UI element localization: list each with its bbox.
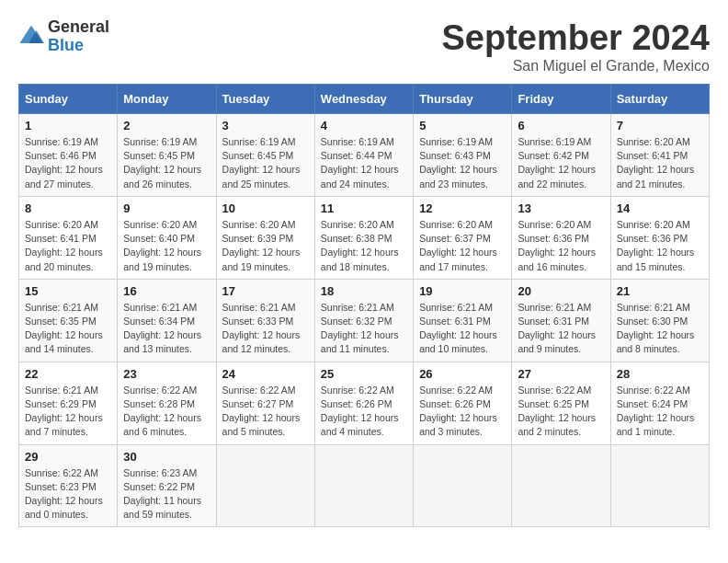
day-info: Sunrise: 6:22 AMSunset: 6:26 PMDaylight:… <box>321 384 407 440</box>
calendar-week-3: 15Sunrise: 6:21 AMSunset: 6:35 PMDayligh… <box>19 279 710 362</box>
calendar-cell: 14Sunrise: 6:20 AMSunset: 6:36 PMDayligh… <box>610 196 709 279</box>
day-info: Sunrise: 6:21 AMSunset: 6:35 PMDaylight:… <box>25 301 111 357</box>
calendar-body: 1Sunrise: 6:19 AMSunset: 6:46 PMDaylight… <box>19 114 710 527</box>
logo-icon <box>18 24 44 50</box>
calendar-cell: 10Sunrise: 6:20 AMSunset: 6:39 PMDayligh… <box>216 196 314 279</box>
logo-line1: General <box>48 18 109 37</box>
day-number: 17 <box>222 284 309 298</box>
day-info: Sunrise: 6:19 AMSunset: 6:45 PMDaylight:… <box>123 135 210 191</box>
calendar-cell: 27Sunrise: 6:22 AMSunset: 6:25 PMDayligh… <box>512 362 610 444</box>
calendar-cell: 11Sunrise: 6:20 AMSunset: 6:38 PMDayligh… <box>314 196 413 279</box>
day-info: Sunrise: 6:23 AMSunset: 6:22 PMDaylight:… <box>123 466 210 523</box>
day-info: Sunrise: 6:21 AMSunset: 6:30 PMDaylight:… <box>617 301 703 357</box>
calendar-cell: 28Sunrise: 6:22 AMSunset: 6:24 PMDayligh… <box>610 362 709 444</box>
location-title: San Miguel el Grande, Mexico <box>442 58 711 75</box>
calendar-cell: 15Sunrise: 6:21 AMSunset: 6:35 PMDayligh… <box>19 279 118 362</box>
day-info: Sunrise: 6:22 AMSunset: 6:28 PMDaylight:… <box>123 384 210 440</box>
day-number: 5 <box>419 119 506 132</box>
calendar-cell: 4Sunrise: 6:19 AMSunset: 6:44 PMDaylight… <box>314 114 413 197</box>
calendar-cell <box>414 444 512 527</box>
day-number: 26 <box>419 367 506 381</box>
calendar-cell <box>610 444 709 527</box>
month-title: September 2024 <box>442 18 711 58</box>
calendar-table: SundayMondayTuesdayWednesdayThursdayFrid… <box>18 84 710 527</box>
day-info: Sunrise: 6:20 AMSunset: 6:41 PMDaylight:… <box>25 218 111 274</box>
calendar-cell: 7Sunrise: 6:20 AMSunset: 6:41 PMDaylight… <box>610 114 709 197</box>
calendar-week-5: 29Sunrise: 6:22 AMSunset: 6:23 PMDayligh… <box>19 444 710 527</box>
calendar-cell: 9Sunrise: 6:20 AMSunset: 6:40 PMDaylight… <box>118 196 216 279</box>
day-number: 3 <box>222 119 309 132</box>
day-info: Sunrise: 6:19 AMSunset: 6:43 PMDaylight:… <box>419 135 506 191</box>
calendar-cell <box>216 444 314 527</box>
weekday-header-sunday: Sunday <box>19 85 118 114</box>
day-number: 15 <box>25 284 111 298</box>
day-number: 14 <box>617 201 703 215</box>
day-number: 23 <box>123 367 210 381</box>
calendar-cell: 21Sunrise: 6:21 AMSunset: 6:30 PMDayligh… <box>610 279 709 362</box>
day-info: Sunrise: 6:21 AMSunset: 6:29 PMDaylight:… <box>25 384 111 440</box>
day-info: Sunrise: 6:20 AMSunset: 6:37 PMDaylight:… <box>419 218 506 274</box>
day-info: Sunrise: 6:21 AMSunset: 6:33 PMDaylight:… <box>222 301 309 357</box>
weekday-header-tuesday: Tuesday <box>216 85 314 114</box>
logo-text: General Blue <box>48 18 109 55</box>
weekday-header-friday: Friday <box>512 85 610 114</box>
day-number: 29 <box>25 450 111 464</box>
day-number: 21 <box>617 284 703 298</box>
calendar-cell: 13Sunrise: 6:20 AMSunset: 6:36 PMDayligh… <box>512 196 610 279</box>
calendar-cell: 1Sunrise: 6:19 AMSunset: 6:46 PMDaylight… <box>19 114 118 197</box>
calendar-header: SundayMondayTuesdayWednesdayThursdayFrid… <box>19 85 710 114</box>
day-info: Sunrise: 6:20 AMSunset: 6:36 PMDaylight:… <box>617 218 703 274</box>
day-info: Sunrise: 6:19 AMSunset: 6:44 PMDaylight:… <box>321 135 407 191</box>
weekday-header-monday: Monday <box>118 85 216 114</box>
calendar-cell: 19Sunrise: 6:21 AMSunset: 6:31 PMDayligh… <box>414 279 512 362</box>
calendar-cell <box>512 444 610 527</box>
day-number: 1 <box>25 119 111 132</box>
day-number: 11 <box>321 201 407 215</box>
day-info: Sunrise: 6:20 AMSunset: 6:39 PMDaylight:… <box>222 218 309 274</box>
logo: General Blue <box>18 18 109 55</box>
calendar-week-2: 8Sunrise: 6:20 AMSunset: 6:41 PMDaylight… <box>19 196 710 279</box>
day-number: 8 <box>25 201 111 215</box>
weekday-header-wednesday: Wednesday <box>314 85 413 114</box>
calendar-cell: 16Sunrise: 6:21 AMSunset: 6:34 PMDayligh… <box>118 279 216 362</box>
day-info: Sunrise: 6:19 AMSunset: 6:46 PMDaylight:… <box>25 135 111 191</box>
calendar-cell: 17Sunrise: 6:21 AMSunset: 6:33 PMDayligh… <box>216 279 314 362</box>
day-number: 24 <box>222 367 309 381</box>
calendar-week-4: 22Sunrise: 6:21 AMSunset: 6:29 PMDayligh… <box>19 362 710 444</box>
day-number: 2 <box>123 119 210 132</box>
day-number: 6 <box>518 119 604 132</box>
day-number: 16 <box>123 284 210 298</box>
calendar-cell: 29Sunrise: 6:22 AMSunset: 6:23 PMDayligh… <box>19 444 118 527</box>
day-info: Sunrise: 6:21 AMSunset: 6:31 PMDaylight:… <box>419 301 506 357</box>
day-info: Sunrise: 6:22 AMSunset: 6:24 PMDaylight:… <box>617 384 703 440</box>
logo-line2: Blue <box>48 37 109 55</box>
day-info: Sunrise: 6:22 AMSunset: 6:27 PMDaylight:… <box>222 384 309 440</box>
day-number: 9 <box>123 201 210 215</box>
day-info: Sunrise: 6:21 AMSunset: 6:34 PMDaylight:… <box>123 301 210 357</box>
calendar-cell: 5Sunrise: 6:19 AMSunset: 6:43 PMDaylight… <box>414 114 512 197</box>
day-number: 25 <box>321 367 407 381</box>
day-number: 4 <box>321 119 407 132</box>
calendar-week-1: 1Sunrise: 6:19 AMSunset: 6:46 PMDaylight… <box>19 114 710 197</box>
title-section: September 2024 San Miguel el Grande, Mex… <box>442 18 711 75</box>
day-number: 27 <box>518 367 604 381</box>
day-number: 7 <box>617 119 703 132</box>
day-number: 22 <box>25 367 111 381</box>
day-number: 30 <box>123 450 210 464</box>
calendar-cell: 18Sunrise: 6:21 AMSunset: 6:32 PMDayligh… <box>314 279 413 362</box>
calendar-cell: 12Sunrise: 6:20 AMSunset: 6:37 PMDayligh… <box>414 196 512 279</box>
calendar-cell: 2Sunrise: 6:19 AMSunset: 6:45 PMDaylight… <box>118 114 216 197</box>
calendar-cell <box>314 444 413 527</box>
calendar-cell: 22Sunrise: 6:21 AMSunset: 6:29 PMDayligh… <box>19 362 118 444</box>
day-info: Sunrise: 6:21 AMSunset: 6:32 PMDaylight:… <box>321 301 407 357</box>
calendar-cell: 3Sunrise: 6:19 AMSunset: 6:45 PMDaylight… <box>216 114 314 197</box>
day-info: Sunrise: 6:20 AMSunset: 6:36 PMDaylight:… <box>518 218 604 274</box>
day-number: 18 <box>321 284 407 298</box>
weekday-header-saturday: Saturday <box>610 85 709 114</box>
day-info: Sunrise: 6:22 AMSunset: 6:25 PMDaylight:… <box>518 384 604 440</box>
calendar-cell: 8Sunrise: 6:20 AMSunset: 6:41 PMDaylight… <box>19 196 118 279</box>
day-number: 28 <box>617 367 703 381</box>
day-number: 20 <box>518 284 604 298</box>
day-number: 19 <box>419 284 506 298</box>
calendar-cell: 24Sunrise: 6:22 AMSunset: 6:27 PMDayligh… <box>216 362 314 444</box>
